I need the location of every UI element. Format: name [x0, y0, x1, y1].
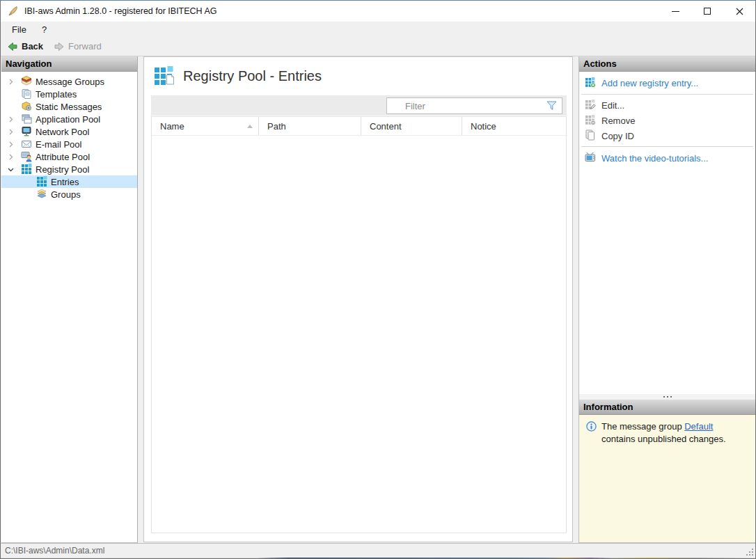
- table-header-row: Name Path Content Notice: [152, 117, 566, 136]
- nav-label: Templates: [36, 89, 77, 100]
- chevron-right-icon[interactable]: [6, 141, 21, 148]
- data-file-path: C:\IBI-aws\Admin\Data.xml: [5, 546, 104, 556]
- column-label: Path: [267, 121, 286, 132]
- copy-icon: [585, 129, 596, 143]
- registry-pool-icon: [21, 164, 32, 175]
- filter-funnel-icon[interactable]: [546, 101, 557, 111]
- action-label: Copy ID: [601, 131, 634, 141]
- actions-header: Actions: [579, 56, 755, 72]
- back-label: Back: [22, 41, 43, 52]
- actions-separator: [581, 94, 753, 95]
- actions-panel: Add new registry entry... Edit..: [579, 72, 755, 394]
- maximize-button[interactable]: [691, 1, 723, 22]
- nav-item-templates[interactable]: Templates: [1, 88, 137, 100]
- menu-bar: File ?: [1, 22, 755, 37]
- nav-label: Message Groups: [36, 77, 104, 87]
- action-label: Edit...: [601, 100, 624, 111]
- nav-item-email-pool[interactable]: E-mail Pool: [1, 138, 137, 150]
- chevron-right-icon[interactable]: [6, 79, 21, 85]
- registry-groups-icon: [36, 189, 47, 200]
- forward-label: Forward: [68, 41, 102, 52]
- column-header-name[interactable]: Name: [152, 117, 258, 135]
- filter-bar: [151, 95, 567, 116]
- action-copy-id[interactable]: Copy ID: [579, 128, 755, 143]
- menu-help[interactable]: ?: [35, 23, 54, 36]
- remove-icon: [585, 114, 596, 127]
- info-icon: [586, 421, 597, 432]
- action-label: Add new registry entry...: [601, 78, 698, 88]
- nav-label: E-mail Pool: [36, 139, 81, 150]
- navigation-tree: Message Groups Templates: [1, 72, 137, 200]
- chevron-down-icon[interactable]: [6, 166, 21, 173]
- application-pool-icon: [21, 113, 32, 125]
- actions-separator: [581, 146, 753, 147]
- action-add-new-registry-entry[interactable]: Add new registry entry...: [579, 74, 755, 91]
- nav-item-groups[interactable]: Groups: [1, 188, 137, 200]
- forward-button[interactable]: Forward: [49, 40, 106, 54]
- minimize-icon: [672, 11, 679, 12]
- minimize-button[interactable]: [659, 1, 691, 22]
- templates-icon: [21, 88, 32, 100]
- column-label: Notice: [471, 121, 496, 132]
- back-button[interactable]: Back: [3, 40, 47, 54]
- app-icon: [8, 6, 19, 17]
- navigation-header: Navigation: [1, 56, 137, 72]
- page-title: Registry Pool - Entries: [183, 68, 322, 84]
- nav-item-message-groups[interactable]: Message Groups: [1, 75, 137, 88]
- network-pool-icon: [21, 126, 32, 137]
- information-panel: The message group Default contains unpub…: [579, 415, 755, 542]
- nav-item-network-pool[interactable]: Network Pool: [1, 125, 137, 138]
- menu-file[interactable]: File: [5, 23, 33, 36]
- close-icon: [736, 8, 743, 15]
- add-registry-entry-icon: [585, 77, 596, 90]
- back-arrow-icon: [7, 41, 18, 52]
- resize-grip[interactable]: [745, 547, 753, 556]
- edit-icon: [585, 99, 596, 112]
- filter-box: [386, 97, 562, 114]
- window-controls: [659, 1, 755, 22]
- column-label: Name: [160, 121, 184, 132]
- nav-label: Static Messages: [36, 102, 102, 112]
- email-pool-icon: [21, 139, 32, 150]
- information-message: The message group Default contains unpub…: [601, 420, 748, 445]
- filter-input[interactable]: [386, 97, 562, 114]
- right-panel: Actions Add new registry entr: [578, 56, 755, 543]
- nav-item-static-messages[interactable]: Static Messages: [1, 100, 137, 113]
- page-header: Registry Pool - Entries: [144, 57, 572, 95]
- status-bar: C:\IBI-aws\Admin\Data.xml: [1, 543, 755, 558]
- attribute-pool-icon: [21, 151, 32, 162]
- nav-label: Registry Pool: [36, 164, 89, 175]
- action-edit[interactable]: Edit...: [579, 97, 755, 113]
- nav-label: Network Pool: [36, 127, 89, 137]
- message-groups-icon: [21, 76, 32, 87]
- window-title: IBI-aws Admin 1.28.0 - registered for IB…: [24, 6, 217, 16]
- static-messages-icon: [21, 101, 32, 112]
- message-prefix: The message group: [601, 421, 684, 432]
- column-header-content[interactable]: Content: [361, 117, 462, 135]
- nav-item-entries[interactable]: Entries: [1, 175, 137, 188]
- nav-item-attribute-pool[interactable]: Attribute Pool: [1, 150, 137, 163]
- column-header-path[interactable]: Path: [258, 117, 361, 135]
- action-label: Remove: [601, 116, 635, 126]
- panel-splitter-handle[interactable]: [579, 394, 755, 400]
- main-content: Registry Pool - Entries Name Path: [143, 56, 573, 542]
- action-watch-video-tutorials[interactable]: Watch the video-tutorials...: [579, 150, 755, 166]
- registry-entries-icon: [36, 176, 47, 187]
- toolbar: Back Forward: [1, 37, 755, 56]
- maximize-icon: [704, 8, 711, 15]
- information-header: Information: [579, 400, 755, 415]
- tv-icon: [585, 152, 596, 165]
- nav-item-registry-pool[interactable]: Registry Pool: [1, 163, 137, 175]
- message-suffix: contains unpublished changes.: [601, 434, 726, 444]
- entries-table: Name Path Content Notice: [151, 116, 567, 533]
- close-button[interactable]: [723, 1, 755, 22]
- default-group-link[interactable]: Default: [684, 421, 713, 432]
- nav-label: Groups: [51, 189, 81, 200]
- nav-item-application-pool[interactable]: Application Pool: [1, 113, 137, 125]
- chevron-right-icon[interactable]: [6, 129, 21, 135]
- chevron-right-icon[interactable]: [6, 154, 21, 160]
- chevron-right-icon[interactable]: [6, 116, 21, 123]
- nav-label: Application Pool: [36, 114, 100, 125]
- column-header-notice[interactable]: Notice: [462, 117, 566, 135]
- action-remove[interactable]: Remove: [579, 113, 755, 128]
